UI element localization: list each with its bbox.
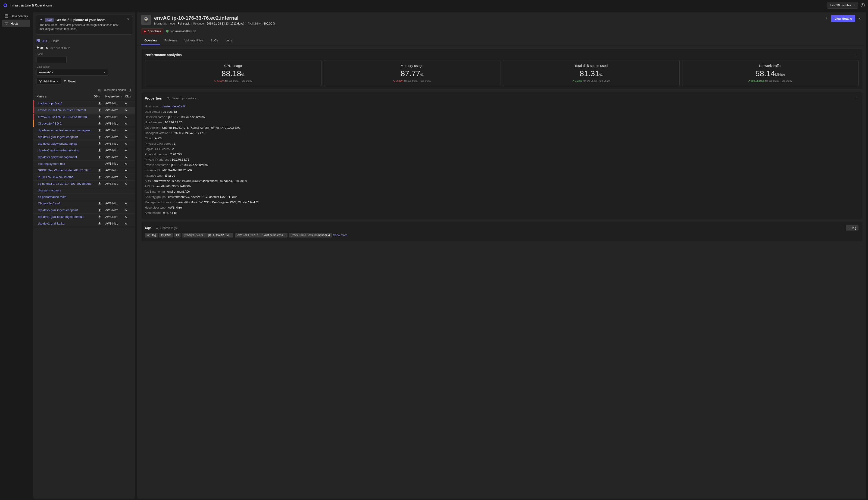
add-tag-button[interactable]: + Tag — [846, 225, 858, 230]
view-details-button[interactable]: View details — [831, 15, 855, 22]
column-header-os[interactable]: OS ⇅ — [94, 95, 105, 98]
tab-slos[interactable]: SLOs — [207, 36, 221, 45]
property-row: AMI ID : ami-04763b3055de4860b — [145, 184, 858, 189]
metric-trend: ↘ -2.96% for 6/8 05:57 - 6/8 06:27 — [327, 79, 497, 82]
table-row[interactable]: dtp-dev5-grail ingest-endpointAWS NitroA — [33, 207, 135, 214]
table-row[interactable]: dtp-dev2-apigw private-apigwAWS NitroA — [33, 140, 135, 147]
linux-icon — [98, 122, 101, 125]
table-row[interactable]: ip-10-176-68-4.ec2.internalAWS NitroA — [33, 174, 135, 181]
host-name: Cl-deve2e Cas-2 — [37, 202, 94, 205]
sidebar-item-datacenters[interactable]: Data centers — [2, 12, 30, 20]
properties-section: Properties ⋮ Host group : cluster_deve2e… — [141, 92, 862, 219]
tag-chip[interactable]: tag:tag — [145, 233, 158, 238]
metric-unit: Mbit/s — [775, 73, 785, 77]
svg-point-43 — [99, 149, 100, 150]
table-row[interactable]: dtp-dev1-grail kafka-ingest-defaultAWS N… — [33, 214, 135, 220]
tab-logs[interactable]: Logs — [222, 36, 235, 45]
table-row[interactable]: sg-us-east-1-23-20-114-107-dev-a8a6a…AWS… — [33, 181, 135, 187]
show-more-link[interactable]: Show more — [333, 234, 347, 237]
reset-button[interactable]: Reset — [64, 80, 76, 83]
table-row[interactable]: cc-performance-tests — [33, 194, 135, 200]
close-icon[interactable]: ✕ — [858, 16, 862, 21]
property-value: t3.large — [165, 174, 175, 177]
svg-rect-7 — [38, 39, 39, 41]
tag-chip[interactable]: [AWS]ACE:CREA… :kristina.hristosk… — [235, 233, 287, 238]
column-header-hypervisor[interactable]: Hypervisor ⇅ — [105, 95, 125, 98]
table-row[interactable]: loadtest-dpp5-ag0AWS NitroA — [33, 100, 135, 107]
tags-search-input[interactable] — [160, 226, 199, 230]
properties-search-input[interactable] — [172, 96, 854, 100]
promo-title: Get the full picture of your hosts — [56, 18, 105, 22]
tab-overview[interactable]: Overview — [141, 36, 160, 45]
property-key: Logical CPU cores : — [145, 147, 171, 151]
table-row[interactable]: envAG ip-10-176-33-101.ec2.internalAWS N… — [33, 114, 135, 121]
table-row[interactable]: dtp-dev1-grail kafkaAWS NitroA — [33, 220, 135, 227]
property-key: Detected name : — [145, 115, 167, 119]
table-row[interactable]: SPINE Dev Worker Node (i-0fb57d2f7c144…A… — [33, 167, 135, 174]
svg-rect-6 — [37, 39, 38, 41]
svg-point-15 — [99, 103, 100, 103]
metric-card[interactable]: Memory usage87.77%↘ -2.96% for 6/8 05:57… — [324, 60, 501, 86]
tab-problems[interactable]: Problems — [161, 36, 180, 45]
tags-section: Tags + Tag ta — [141, 222, 862, 241]
svg-point-51 — [99, 169, 100, 170]
tag-chip[interactable]: [AWS]Name :environment AG4 — [289, 233, 332, 238]
cloud-cell: A — [125, 169, 132, 172]
name-filter-input[interactable] — [37, 56, 67, 63]
columns-icon[interactable] — [98, 88, 101, 92]
more-icon[interactable]: ⋮ — [854, 52, 858, 57]
property-value[interactable]: cluster_deve2e — [162, 105, 182, 108]
tag-chip[interactable]: [AWS]dt_owner… :[DTT] CARPE M… — [182, 233, 233, 238]
host-icon — [4, 22, 8, 25]
svg-point-47 — [99, 156, 100, 157]
svg-point-81 — [146, 20, 147, 20]
download-icon[interactable] — [129, 88, 132, 92]
tag-chip[interactable]: Cl — [174, 233, 181, 238]
property-row: Cloud : AWS — [145, 136, 858, 141]
time-range-selector[interactable]: Last 30 minutes ▼ — [827, 2, 858, 9]
availability-value: 100.00 % — [264, 22, 275, 25]
table-row[interactable]: dtp-dev-csc-central-services managementA… — [33, 127, 135, 134]
external-link-icon[interactable]: ⇱ — [183, 105, 186, 108]
breadcrumb-root[interactable]: I&O — [42, 39, 47, 43]
sort-icon: ⇅ — [99, 95, 101, 98]
help-icon[interactable]: ? — [860, 3, 865, 8]
svg-point-36 — [100, 136, 100, 137]
table-row[interactable]: Cl-deve2e PSG-2AWS NitroA — [33, 121, 135, 127]
linux-icon — [98, 115, 101, 119]
metric-value: 58.14 — [755, 69, 775, 78]
breadcrumb-icon[interactable] — [37, 39, 40, 42]
property-value: Ubuntu 16.04.7 LTS (Xenial Xerus) (kerne… — [162, 126, 241, 129]
close-icon[interactable]: ✕ — [127, 18, 129, 21]
dc-filter-select[interactable]: us-east-1a ▼ — [37, 69, 108, 76]
cloud-cell: A — [125, 109, 132, 112]
table-row[interactable]: dtp-dev3-grail ingest-endpointAWS NitroA — [33, 134, 135, 140]
table-row[interactable]: envAG ip-10-176-33-76.ec2.internalAWS Ni… — [33, 107, 135, 114]
add-filter-button[interactable]: Add filter ▼ — [37, 78, 61, 85]
table-row[interactable]: disaster-recovery — [33, 187, 135, 194]
cloud-cell: A — [125, 182, 132, 185]
table-row[interactable]: Cl-deve2e Cas-2AWS NitroA — [33, 200, 135, 207]
table-row[interactable]: sso-deployment-testAWS NitroA — [33, 161, 135, 167]
linux-icon — [98, 202, 101, 205]
tag-chip[interactable]: Cl_PSG — [159, 233, 173, 238]
more-icon[interactable]: ⋮ — [824, 16, 829, 21]
column-header-name[interactable]: Name ⇅ — [37, 95, 94, 98]
metric-card[interactable]: Total disk space used81.31%↗ 0.22% for 6… — [503, 60, 679, 86]
svg-point-38 — [99, 143, 101, 144]
host-name: dtp-dev1-grail kafka — [37, 222, 94, 225]
info-icon[interactable]: ⓘ — [193, 30, 196, 33]
property-row: Hypervisor type : AWS Nitro — [145, 205, 858, 210]
os-cell — [94, 175, 105, 179]
metric-card[interactable]: Network traffic58.14Mbit/s↗ 303.25kbit/s… — [682, 60, 859, 86]
sidebar-item-hosts[interactable]: Hosts — [2, 20, 30, 27]
column-header-cloud[interactable]: Clou — [125, 95, 132, 98]
problems-badge[interactable]: ◆ 7 problems — [141, 29, 163, 34]
metric-card[interactable]: CPU usage88.18%↘ -6.56% for 6/8 05:57 - … — [145, 60, 321, 86]
table-row[interactable]: dtp-dev2-apigw self-monitoringAWS NitroA — [33, 147, 135, 154]
more-icon[interactable]: ⋮ — [854, 95, 858, 101]
hidden-columns-label[interactable]: 3 columns hidden — [104, 88, 126, 92]
tab-vulnerabilities[interactable]: Vulnerabilities — [181, 36, 206, 45]
host-name: dtp-dev1-grail kafka-ingest-default — [37, 215, 94, 218]
table-row[interactable]: dtp-dev3-apigw managementAWS NitroA — [33, 154, 135, 161]
